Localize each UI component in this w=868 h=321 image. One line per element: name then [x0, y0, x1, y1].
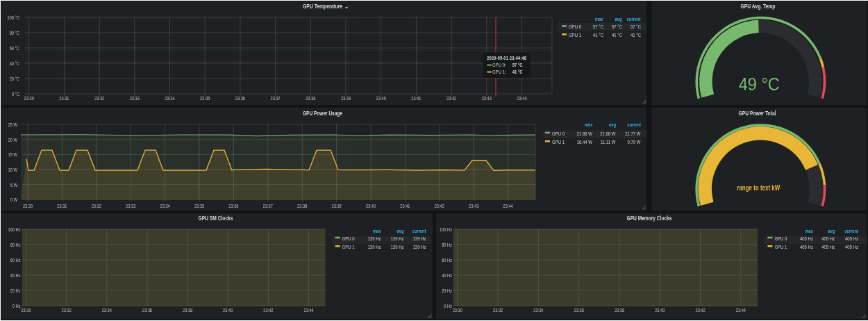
svg-text:405 Hz: 405 Hz — [800, 244, 813, 250]
svg-text:0 °C: 0 °C — [12, 91, 19, 97]
svg-text:57 °C: 57 °C — [512, 62, 523, 68]
svg-text:139 Hz: 139 Hz — [413, 236, 426, 242]
svg-text:23:38: 23:38 — [297, 203, 308, 209]
svg-text:current: current — [844, 228, 858, 234]
svg-text:25 W: 25 W — [8, 122, 18, 128]
svg-text:23:32: 23:32 — [493, 307, 503, 313]
svg-text:23:40: 23:40 — [223, 307, 233, 313]
svg-text:GPU Memory Clocks: GPU Memory Clocks — [627, 215, 672, 222]
svg-text:23:38: 23:38 — [615, 307, 625, 313]
svg-text:23:36: 23:36 — [574, 307, 585, 313]
svg-text:23:38: 23:38 — [183, 307, 193, 313]
svg-text:40 Hz: 40 Hz — [442, 272, 452, 279]
svg-text:23:33: 23:33 — [126, 203, 136, 209]
svg-text:41 °C: 41 °C — [593, 32, 603, 38]
svg-text:23:36: 23:36 — [228, 203, 239, 209]
svg-text:avg: avg — [615, 16, 622, 22]
svg-text:10 W: 10 W — [8, 167, 18, 173]
svg-text:23:44: 23:44 — [736, 307, 746, 313]
svg-text:23:42: 23:42 — [263, 307, 274, 313]
svg-text:23:31: 23:31 — [57, 203, 67, 209]
svg-text:23:43: 23:43 — [482, 95, 492, 101]
svg-text:avg: avg — [397, 228, 404, 234]
svg-text:23:36: 23:36 — [142, 307, 153, 313]
svg-text:405 Hz: 405 Hz — [845, 236, 858, 242]
svg-text:11.11 W: 11.11 W — [601, 139, 616, 145]
svg-text:23:30: 23:30 — [24, 95, 35, 101]
svg-text:16.44 W: 16.44 W — [577, 139, 593, 145]
svg-text:max: max — [595, 16, 603, 22]
svg-text:23:34: 23:34 — [165, 95, 175, 101]
svg-text:139 Hz: 139 Hz — [391, 236, 404, 242]
svg-text:20 W: 20 W — [8, 137, 18, 143]
svg-text:9.79 W: 9.79 W — [628, 139, 641, 145]
svg-text:23:40: 23:40 — [376, 95, 387, 101]
svg-text:57 °C: 57 °C — [593, 24, 603, 30]
svg-text:60 Hz: 60 Hz — [10, 257, 21, 263]
svg-text:49 °C: 49 °C — [738, 74, 779, 94]
svg-text:40 Hz: 40 Hz — [10, 272, 21, 279]
svg-text:23:35: 23:35 — [194, 203, 205, 209]
svg-text:21.77 W: 21.77 W — [625, 131, 641, 137]
svg-text:max: max — [373, 228, 381, 234]
svg-text:GPU Power Total: GPU Power Total — [738, 110, 776, 117]
svg-text:GPU SM Clocks: GPU SM Clocks — [199, 215, 233, 222]
svg-text:23:34: 23:34 — [160, 203, 171, 209]
svg-text:80 °C: 80 °C — [10, 30, 19, 36]
svg-text:GPU 0:: GPU 0: — [492, 62, 506, 68]
svg-text:23:30: 23:30 — [23, 203, 33, 209]
svg-text:23:44: 23:44 — [503, 203, 514, 209]
svg-text:23:34: 23:34 — [102, 307, 112, 313]
svg-text:current: current — [412, 228, 426, 234]
svg-text:23:31: 23:31 — [59, 95, 69, 101]
svg-text:23:42: 23:42 — [435, 203, 445, 209]
svg-text:100 Hz: 100 Hz — [440, 227, 452, 233]
svg-text:139 Hz: 139 Hz — [391, 244, 404, 250]
svg-text:57 °C: 57 °C — [612, 24, 622, 30]
svg-text:20 Hz: 20 Hz — [442, 288, 452, 294]
svg-text:23:44: 23:44 — [517, 95, 527, 101]
svg-text:2020-05-01 23:44:48: 2020-05-01 23:44:48 — [487, 55, 527, 61]
svg-text:GPU 0: GPU 0 — [569, 24, 581, 30]
svg-text:60 Hz: 60 Hz — [442, 257, 452, 263]
svg-text:23:30: 23:30 — [21, 307, 31, 313]
svg-text:23:33: 23:33 — [130, 95, 140, 101]
svg-text:41 °C: 41 °C — [612, 32, 622, 38]
svg-text:139 Hz: 139 Hz — [368, 244, 381, 250]
svg-text:80 Hz: 80 Hz — [442, 242, 452, 248]
svg-text:current: current — [627, 122, 641, 128]
svg-text:41 °C: 41 °C — [631, 32, 641, 38]
svg-text:23:37: 23:37 — [263, 203, 274, 209]
svg-text:0 Hz: 0 Hz — [444, 303, 452, 309]
svg-text:5 W: 5 W — [10, 182, 17, 188]
svg-text:current: current — [627, 16, 641, 22]
svg-text:23:44: 23:44 — [304, 307, 315, 313]
svg-text:405 Hz: 405 Hz — [800, 236, 813, 242]
svg-text:GPU 1: GPU 1 — [774, 244, 787, 250]
svg-text:23:40: 23:40 — [366, 203, 376, 209]
svg-text:405 Hz: 405 Hz — [845, 244, 858, 250]
svg-text:GPU Temperature: GPU Temperature — [303, 3, 342, 10]
svg-text:100 Hz: 100 Hz — [8, 227, 21, 233]
svg-text:GPU 1: GPU 1 — [342, 244, 355, 250]
svg-text:23:37: 23:37 — [271, 95, 281, 101]
svg-text:0 Hz: 0 Hz — [12, 303, 21, 309]
svg-text:23:36: 23:36 — [235, 95, 246, 101]
svg-text:max: max — [585, 122, 593, 128]
svg-text:60 °C: 60 °C — [10, 45, 19, 51]
svg-text:23:38: 23:38 — [306, 95, 316, 101]
svg-text:23:39: 23:39 — [332, 203, 342, 209]
svg-text:405 Hz: 405 Hz — [821, 236, 835, 242]
svg-text:139 Hz: 139 Hz — [368, 236, 381, 242]
svg-text:23:41: 23:41 — [400, 203, 410, 209]
svg-text:57 °C: 57 °C — [631, 24, 641, 30]
svg-text:GPU 1: GPU 1 — [569, 32, 581, 38]
svg-text:GPU 1: GPU 1 — [552, 139, 565, 145]
svg-text:23:42: 23:42 — [446, 95, 457, 101]
svg-text:405 Hz: 405 Hz — [821, 244, 835, 250]
svg-text:23:41: 23:41 — [411, 95, 422, 101]
svg-text:23:40: 23:40 — [655, 307, 665, 313]
svg-text:15 W: 15 W — [8, 151, 18, 158]
svg-text:21.68 W: 21.68 W — [600, 131, 616, 137]
svg-text:max: max — [805, 228, 813, 234]
